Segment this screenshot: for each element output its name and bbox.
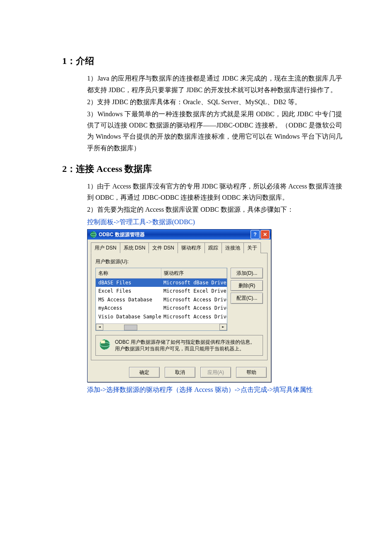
horizontal-scrollbar[interactable]: ◄ ►: [96, 323, 227, 330]
scroll-right-icon[interactable]: ►: [219, 324, 227, 330]
list-item: 3）Windows 下最简单的一种连接数据库的方式就是采用 ODBC，因此 JD…: [87, 108, 342, 154]
tab-user-dsn[interactable]: 用户 DSN: [91, 242, 120, 253]
info-box: ODBC 用户数据源存储了如何与指定数据提供程序连接的信息。用户数据源只对当前用…: [95, 335, 263, 356]
add-button[interactable]: 添加(D)...: [231, 268, 263, 279]
scroll-left-icon[interactable]: ◄: [96, 324, 103, 330]
section1-heading: 1：介绍: [62, 53, 342, 68]
ok-button[interactable]: 确定: [129, 367, 160, 378]
list-row[interactable]: Visio Database Samples Microsoft Access …: [96, 313, 227, 321]
info-icon: [99, 339, 111, 350]
group-label: 用户数据源(U):: [95, 257, 263, 266]
app-icon: [90, 231, 97, 238]
tab-pool[interactable]: 连接池: [222, 242, 244, 253]
apply-button[interactable]: 应用(A): [200, 367, 231, 378]
tab-bar: 用户 DSN 系统 DSN 文件 DSN 驱动程序 跟踪 连接池 关于: [88, 240, 271, 253]
section2-list: 1）由于 Access 数据库没有官方的专用 JDBC 驱动程序，所以必须将 A…: [62, 181, 342, 227]
dialog-button-row: 确定 取消 应用(A) 帮助: [88, 364, 271, 382]
list-row[interactable]: myAccess Microsoft Access Driver (*.mdb: [96, 304, 227, 312]
configure-button[interactable]: 配置(C)...: [231, 293, 263, 303]
list-item: 2）首先要为指定的 Access 数据库设置 ODBC 数据源，具体步骤如下：: [87, 204, 342, 215]
col-name[interactable]: 名称: [96, 268, 161, 278]
info-text: ODBC 用户数据源存储了如何与指定数据提供程序连接的信息。用户数据源只对当前用…: [115, 339, 259, 352]
list-row[interactable]: Excel Files Microsoft Excel Driver (*.xl…: [96, 287, 227, 295]
scroll-thumb[interactable]: [124, 325, 137, 330]
help-button[interactable]: ?: [251, 230, 260, 239]
tab-about[interactable]: 关于: [243, 242, 261, 253]
remove-button[interactable]: 删除(R): [231, 280, 263, 291]
tab-drivers[interactable]: 驱动程序: [178, 242, 205, 253]
datasource-list[interactable]: 名称 驱动程序 dBASE Files Microsoft dBase Driv…: [95, 268, 227, 331]
svg-rect-4: [101, 340, 105, 343]
list-row[interactable]: dBASE Files Microsoft dBase Driver (*.db…: [96, 279, 227, 287]
window-title: ODBC 数据源管理器: [99, 230, 250, 239]
breadcrumb-path-link: 控制面板->管理工具->数据源(ODBC): [87, 216, 342, 227]
tab-system-dsn[interactable]: 系统 DSN: [120, 242, 149, 253]
list-item: 2）支持 JDBC 的数据库具体有：Oracle、SQL Server、MySQ…: [87, 96, 342, 108]
tab-file-dsn[interactable]: 文件 DSN: [149, 242, 178, 253]
odbc-admin-window: ODBC 数据源管理器 ? ✕ 用户 DSN 系统 DSN 文件 DSN 驱动程…: [87, 229, 271, 383]
section2-heading: 2：连接 Access 数据库: [62, 161, 342, 176]
cancel-button[interactable]: 取消: [165, 367, 195, 378]
breadcrumb-path-link: 添加->选择数据源的驱动程序（选择 Access 驱动）->点击完成->填写具体…: [87, 384, 342, 395]
col-driver[interactable]: 驱动程序: [161, 268, 227, 278]
tab-trace[interactable]: 跟踪: [205, 242, 222, 253]
section1-list: 1）Java 的应用程序与数据库的连接都是通过 JDBC 来完成的，现在主流的数…: [62, 73, 342, 153]
tab-panel: 用户数据源(U): 名称 驱动程序 dBASE Files Microsoft …: [91, 253, 268, 360]
list-header: 名称 驱动程序: [96, 268, 227, 279]
list-item: 1）Java 的应用程序与数据库的连接都是通过 JDBC 来完成的，现在主流的数…: [87, 73, 342, 95]
list-row[interactable]: MS Access Database Microsoft Access Driv…: [96, 296, 227, 304]
titlebar: ODBC 数据源管理器 ? ✕: [88, 230, 271, 240]
list-item: 1）由于 Access 数据库没有官方的专用 JDBC 驱动程序，所以必须将 A…: [87, 181, 342, 203]
close-button[interactable]: ✕: [261, 230, 270, 239]
help-dialog-button[interactable]: 帮助: [236, 367, 267, 378]
